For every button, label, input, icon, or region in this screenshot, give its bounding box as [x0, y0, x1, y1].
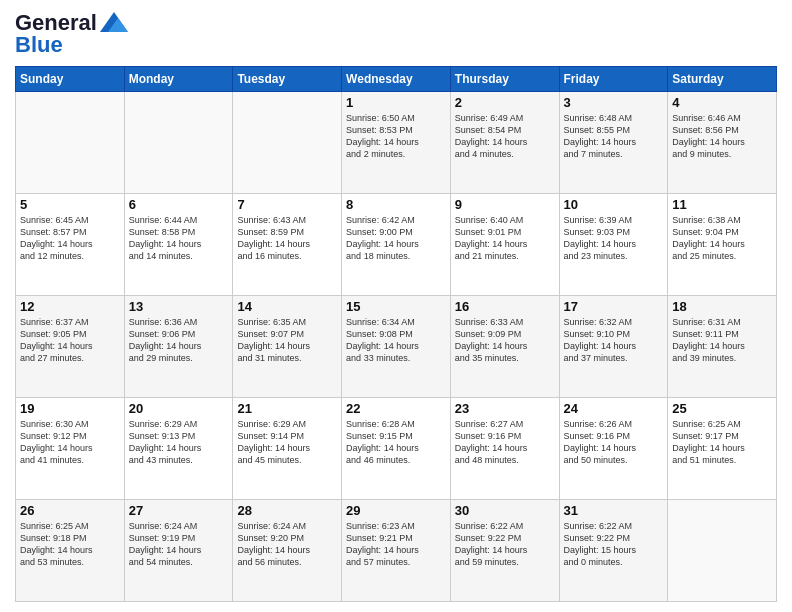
cell-info: Sunrise: 6:49 AM Sunset: 8:54 PM Dayligh…: [455, 112, 555, 161]
calendar-cell: 26Sunrise: 6:25 AM Sunset: 9:18 PM Dayli…: [16, 500, 125, 602]
day-number: 29: [346, 503, 446, 518]
day-number: 7: [237, 197, 337, 212]
calendar-cell: 24Sunrise: 6:26 AM Sunset: 9:16 PM Dayli…: [559, 398, 668, 500]
calendar-cell: 9Sunrise: 6:40 AM Sunset: 9:01 PM Daylig…: [450, 194, 559, 296]
calendar-cell: 2Sunrise: 6:49 AM Sunset: 8:54 PM Daylig…: [450, 92, 559, 194]
day-number: 16: [455, 299, 555, 314]
day-number: 2: [455, 95, 555, 110]
calendar-cell: 21Sunrise: 6:29 AM Sunset: 9:14 PM Dayli…: [233, 398, 342, 500]
logo-icon: [100, 12, 128, 32]
day-number: 31: [564, 503, 664, 518]
calendar-cell: 16Sunrise: 6:33 AM Sunset: 9:09 PM Dayli…: [450, 296, 559, 398]
cell-info: Sunrise: 6:29 AM Sunset: 9:13 PM Dayligh…: [129, 418, 229, 467]
logo-blue: Blue: [15, 32, 63, 58]
weekday-header: Wednesday: [342, 67, 451, 92]
header: General Blue: [15, 10, 777, 58]
calendar-week-row: 1Sunrise: 6:50 AM Sunset: 8:53 PM Daylig…: [16, 92, 777, 194]
cell-info: Sunrise: 6:35 AM Sunset: 9:07 PM Dayligh…: [237, 316, 337, 365]
weekday-header: Thursday: [450, 67, 559, 92]
cell-info: Sunrise: 6:44 AM Sunset: 8:58 PM Dayligh…: [129, 214, 229, 263]
calendar-cell: 29Sunrise: 6:23 AM Sunset: 9:21 PM Dayli…: [342, 500, 451, 602]
calendar-cell: 1Sunrise: 6:50 AM Sunset: 8:53 PM Daylig…: [342, 92, 451, 194]
calendar-cell: 11Sunrise: 6:38 AM Sunset: 9:04 PM Dayli…: [668, 194, 777, 296]
day-number: 1: [346, 95, 446, 110]
weekday-header: Friday: [559, 67, 668, 92]
page: General Blue SundayMondayTuesdayWednesda…: [0, 0, 792, 612]
day-number: 24: [564, 401, 664, 416]
weekday-header: Tuesday: [233, 67, 342, 92]
calendar-cell: 6Sunrise: 6:44 AM Sunset: 8:58 PM Daylig…: [124, 194, 233, 296]
cell-info: Sunrise: 6:27 AM Sunset: 9:16 PM Dayligh…: [455, 418, 555, 467]
calendar-cell: 23Sunrise: 6:27 AM Sunset: 9:16 PM Dayli…: [450, 398, 559, 500]
calendar-cell: 17Sunrise: 6:32 AM Sunset: 9:10 PM Dayli…: [559, 296, 668, 398]
calendar-cell: 31Sunrise: 6:22 AM Sunset: 9:22 PM Dayli…: [559, 500, 668, 602]
day-number: 4: [672, 95, 772, 110]
cell-info: Sunrise: 6:48 AM Sunset: 8:55 PM Dayligh…: [564, 112, 664, 161]
calendar-cell: [16, 92, 125, 194]
cell-info: Sunrise: 6:28 AM Sunset: 9:15 PM Dayligh…: [346, 418, 446, 467]
day-number: 26: [20, 503, 120, 518]
day-number: 5: [20, 197, 120, 212]
day-number: 23: [455, 401, 555, 416]
calendar-cell: 14Sunrise: 6:35 AM Sunset: 9:07 PM Dayli…: [233, 296, 342, 398]
calendar-cell: 12Sunrise: 6:37 AM Sunset: 9:05 PM Dayli…: [16, 296, 125, 398]
calendar-cell: 20Sunrise: 6:29 AM Sunset: 9:13 PM Dayli…: [124, 398, 233, 500]
calendar-cell: 28Sunrise: 6:24 AM Sunset: 9:20 PM Dayli…: [233, 500, 342, 602]
cell-info: Sunrise: 6:36 AM Sunset: 9:06 PM Dayligh…: [129, 316, 229, 365]
cell-info: Sunrise: 6:45 AM Sunset: 8:57 PM Dayligh…: [20, 214, 120, 263]
calendar-cell: 7Sunrise: 6:43 AM Sunset: 8:59 PM Daylig…: [233, 194, 342, 296]
day-number: 13: [129, 299, 229, 314]
cell-info: Sunrise: 6:22 AM Sunset: 9:22 PM Dayligh…: [564, 520, 664, 569]
cell-info: Sunrise: 6:31 AM Sunset: 9:11 PM Dayligh…: [672, 316, 772, 365]
calendar-cell: 10Sunrise: 6:39 AM Sunset: 9:03 PM Dayli…: [559, 194, 668, 296]
cell-info: Sunrise: 6:22 AM Sunset: 9:22 PM Dayligh…: [455, 520, 555, 569]
day-number: 6: [129, 197, 229, 212]
day-number: 22: [346, 401, 446, 416]
day-number: 27: [129, 503, 229, 518]
calendar-cell: [668, 500, 777, 602]
calendar-cell: 3Sunrise: 6:48 AM Sunset: 8:55 PM Daylig…: [559, 92, 668, 194]
calendar-cell: 15Sunrise: 6:34 AM Sunset: 9:08 PM Dayli…: [342, 296, 451, 398]
calendar-cell: 25Sunrise: 6:25 AM Sunset: 9:17 PM Dayli…: [668, 398, 777, 500]
cell-info: Sunrise: 6:30 AM Sunset: 9:12 PM Dayligh…: [20, 418, 120, 467]
calendar-cell: 22Sunrise: 6:28 AM Sunset: 9:15 PM Dayli…: [342, 398, 451, 500]
cell-info: Sunrise: 6:37 AM Sunset: 9:05 PM Dayligh…: [20, 316, 120, 365]
cell-info: Sunrise: 6:34 AM Sunset: 9:08 PM Dayligh…: [346, 316, 446, 365]
cell-info: Sunrise: 6:43 AM Sunset: 8:59 PM Dayligh…: [237, 214, 337, 263]
cell-info: Sunrise: 6:23 AM Sunset: 9:21 PM Dayligh…: [346, 520, 446, 569]
day-number: 12: [20, 299, 120, 314]
cell-info: Sunrise: 6:24 AM Sunset: 9:20 PM Dayligh…: [237, 520, 337, 569]
calendar-cell: 19Sunrise: 6:30 AM Sunset: 9:12 PM Dayli…: [16, 398, 125, 500]
calendar-cell: 27Sunrise: 6:24 AM Sunset: 9:19 PM Dayli…: [124, 500, 233, 602]
cell-info: Sunrise: 6:38 AM Sunset: 9:04 PM Dayligh…: [672, 214, 772, 263]
cell-info: Sunrise: 6:32 AM Sunset: 9:10 PM Dayligh…: [564, 316, 664, 365]
day-number: 3: [564, 95, 664, 110]
cell-info: Sunrise: 6:25 AM Sunset: 9:18 PM Dayligh…: [20, 520, 120, 569]
cell-info: Sunrise: 6:40 AM Sunset: 9:01 PM Dayligh…: [455, 214, 555, 263]
calendar-week-row: 12Sunrise: 6:37 AM Sunset: 9:05 PM Dayli…: [16, 296, 777, 398]
cell-info: Sunrise: 6:26 AM Sunset: 9:16 PM Dayligh…: [564, 418, 664, 467]
calendar-cell: [233, 92, 342, 194]
cell-info: Sunrise: 6:33 AM Sunset: 9:09 PM Dayligh…: [455, 316, 555, 365]
day-number: 8: [346, 197, 446, 212]
day-number: 15: [346, 299, 446, 314]
day-number: 25: [672, 401, 772, 416]
logo: General Blue: [15, 10, 128, 58]
calendar-cell: 18Sunrise: 6:31 AM Sunset: 9:11 PM Dayli…: [668, 296, 777, 398]
calendar-cell: 13Sunrise: 6:36 AM Sunset: 9:06 PM Dayli…: [124, 296, 233, 398]
calendar-header-row: SundayMondayTuesdayWednesdayThursdayFrid…: [16, 67, 777, 92]
calendar-cell: [124, 92, 233, 194]
calendar-cell: 5Sunrise: 6:45 AM Sunset: 8:57 PM Daylig…: [16, 194, 125, 296]
day-number: 28: [237, 503, 337, 518]
weekday-header: Sunday: [16, 67, 125, 92]
day-number: 18: [672, 299, 772, 314]
day-number: 19: [20, 401, 120, 416]
calendar-week-row: 5Sunrise: 6:45 AM Sunset: 8:57 PM Daylig…: [16, 194, 777, 296]
calendar-week-row: 19Sunrise: 6:30 AM Sunset: 9:12 PM Dayli…: [16, 398, 777, 500]
calendar-week-row: 26Sunrise: 6:25 AM Sunset: 9:18 PM Dayli…: [16, 500, 777, 602]
cell-info: Sunrise: 6:46 AM Sunset: 8:56 PM Dayligh…: [672, 112, 772, 161]
calendar-cell: 8Sunrise: 6:42 AM Sunset: 9:00 PM Daylig…: [342, 194, 451, 296]
calendar-table: SundayMondayTuesdayWednesdayThursdayFrid…: [15, 66, 777, 602]
weekday-header: Saturday: [668, 67, 777, 92]
cell-info: Sunrise: 6:42 AM Sunset: 9:00 PM Dayligh…: [346, 214, 446, 263]
